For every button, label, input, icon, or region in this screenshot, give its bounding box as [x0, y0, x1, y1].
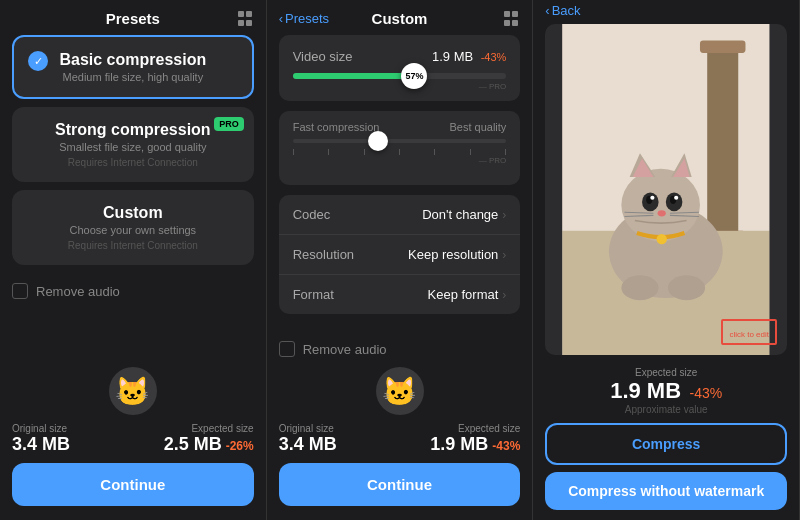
pro-badge: PRO	[214, 117, 244, 131]
video-size-change: -43%	[481, 51, 507, 63]
expected-label-3: Expected size	[545, 367, 787, 378]
panel2-title: Custom	[372, 10, 428, 27]
format-chevron-icon: ›	[502, 288, 506, 302]
format-row[interactable]: Format Keep format ›	[279, 275, 521, 314]
format-value-group: Keep format ›	[428, 287, 507, 302]
remove-audio-checkbox-2[interactable]	[279, 341, 295, 357]
remove-audio-label-2: Remove audio	[303, 342, 387, 357]
resolution-value-group: Keep resolution ›	[408, 247, 506, 262]
custom-requires: Requires Internet Connection	[28, 240, 238, 251]
custom-subtitle: Choose your own settings	[28, 224, 238, 236]
video-size-slider-fill	[293, 73, 415, 79]
original-size-group-2: Original size 3.4 MB	[279, 423, 337, 455]
resolution-row[interactable]: Resolution Keep resolution ›	[279, 235, 521, 275]
strong-requires: Requires Internet Connection	[28, 157, 238, 168]
remove-audio-row-1: Remove audio	[12, 273, 254, 309]
expected-label-2: Expected size	[430, 423, 520, 434]
quality-label-left: Fast compression	[293, 121, 380, 133]
continue-btn-2[interactable]: Continue	[279, 463, 521, 506]
codec-row[interactable]: Codec Don't change ›	[279, 195, 521, 235]
strong-compression-card[interactable]: PRO Strong compression Smallest file siz…	[12, 107, 254, 182]
basic-title: Basic compression	[30, 51, 236, 69]
cat-emoji-2: 🐱	[382, 375, 417, 408]
panel2-header: ‹ Presets Custom	[279, 0, 521, 35]
codec-label: Codec	[293, 207, 331, 222]
avatar-wrap-1: 🐱	[12, 367, 254, 415]
approx-label: Approximate value	[545, 404, 787, 415]
panel3-header: ‹ Back	[545, 0, 787, 18]
original-value-2: 3.4 MB	[279, 434, 337, 455]
compress-button[interactable]: Compress	[545, 423, 787, 465]
continue-btn-1[interactable]: Continue	[12, 463, 254, 506]
image-label-box: click to edit	[721, 319, 777, 345]
format-value: Keep format	[428, 287, 499, 302]
quality-labels: Fast compression Best quality	[293, 121, 507, 133]
avatar-1: 🐱	[109, 367, 157, 415]
selected-check	[28, 51, 48, 71]
video-size-slider-track: 57%	[293, 73, 507, 79]
chevron-left-icon-3: ‹	[545, 3, 549, 18]
panel1-title: Presets	[106, 10, 160, 27]
avatar-wrap-2: 🐱	[279, 367, 521, 415]
expected-change-3: -43%	[690, 385, 723, 401]
panel1-bottom: 🐱 Original size 3.4 MB Expected size 2.5…	[12, 367, 254, 520]
compress-no-watermark-button[interactable]: Compress without watermark	[545, 472, 787, 510]
video-size-label: Video size	[293, 49, 353, 64]
pro-marker-1: — PRO	[479, 82, 507, 91]
expected-size-group-1: Expected size 2.5 MB-26%	[164, 423, 254, 455]
chevron-left-icon-2: ‹	[279, 11, 283, 26]
quality-label-right: Best quality	[449, 121, 506, 133]
quality-slider-section: Fast compression Best quality — PRO	[279, 111, 521, 185]
expected-value-2: 1.9 MB-43%	[430, 434, 520, 455]
size-row-1: Original size 3.4 MB Expected size 2.5 M…	[12, 423, 254, 455]
grid-icon-2[interactable]	[504, 11, 520, 27]
slider-thumb-label: 57%	[405, 71, 423, 81]
cat-emoji-1: 🐱	[115, 375, 150, 408]
quality-thumb[interactable]	[368, 131, 388, 151]
back-btn-3[interactable]: ‹ Back	[545, 3, 580, 18]
remove-audio-row-2: Remove audio	[279, 331, 521, 367]
back-label-2: Presets	[285, 11, 329, 26]
quality-track	[293, 139, 507, 143]
panel2-bottom: 🐱 Original size 3.4 MB Expected size 1.9…	[279, 367, 521, 520]
original-label-1: Original size	[12, 423, 70, 434]
strong-title: Strong compression	[28, 121, 238, 139]
expected-change-2: -43%	[492, 439, 520, 453]
back-btn-2[interactable]: ‹ Presets	[279, 11, 329, 26]
basic-compression-card[interactable]: Basic compression Medium file size, high…	[12, 35, 254, 99]
image-label-text: click to edit	[729, 330, 769, 339]
preview-image-wrap: click to edit	[545, 24, 787, 355]
svg-point-23	[622, 275, 659, 300]
quality-slider-group: Fast compression Best quality — PRO	[279, 111, 521, 185]
svg-point-17	[674, 196, 678, 200]
expected-size-section: Expected size 1.9 MB -43% Approximate va…	[545, 361, 787, 423]
pro-marker-2: — PRO	[479, 156, 507, 165]
resolution-value: Keep resolution	[408, 247, 498, 262]
video-size-value: 1.9 MB	[432, 49, 473, 64]
avatar-2: 🐱	[376, 367, 424, 415]
svg-point-7	[622, 169, 701, 241]
svg-point-18	[658, 210, 666, 216]
resolution-label: Resolution	[293, 247, 354, 262]
grid-icon-1[interactable]	[238, 11, 254, 27]
format-label: Format	[293, 287, 334, 302]
svg-point-25	[657, 234, 667, 244]
resolution-chevron-icon: ›	[502, 248, 506, 262]
expected-value-group-3: 1.9 MB -43%	[545, 378, 787, 404]
custom-title: Custom	[28, 204, 238, 222]
original-label-2: Original size	[279, 423, 337, 434]
codec-resolution-format-group: Codec Don't change › Resolution Keep res…	[279, 195, 521, 314]
svg-point-24	[668, 275, 705, 300]
svg-rect-2	[708, 45, 739, 252]
remove-audio-checkbox-1[interactable]	[12, 283, 28, 299]
video-size-group: Video size 1.9 MB -43% 57% — PRO	[279, 35, 521, 101]
custom-card[interactable]: Custom Choose your own settings Requires…	[12, 190, 254, 265]
video-size-slider-thumb[interactable]: 57%	[401, 63, 427, 89]
size-row-2: Original size 3.4 MB Expected size 1.9 M…	[279, 423, 521, 455]
svg-rect-3	[700, 41, 746, 53]
panel-custom: ‹ Presets Custom Video size 1.9 MB -43%	[267, 0, 534, 520]
cat-preview-image	[545, 24, 787, 355]
settings-section: Video size 1.9 MB -43% 57% — PRO	[279, 35, 521, 331]
remove-audio-label-1: Remove audio	[36, 284, 120, 299]
original-value-1: 3.4 MB	[12, 434, 70, 455]
